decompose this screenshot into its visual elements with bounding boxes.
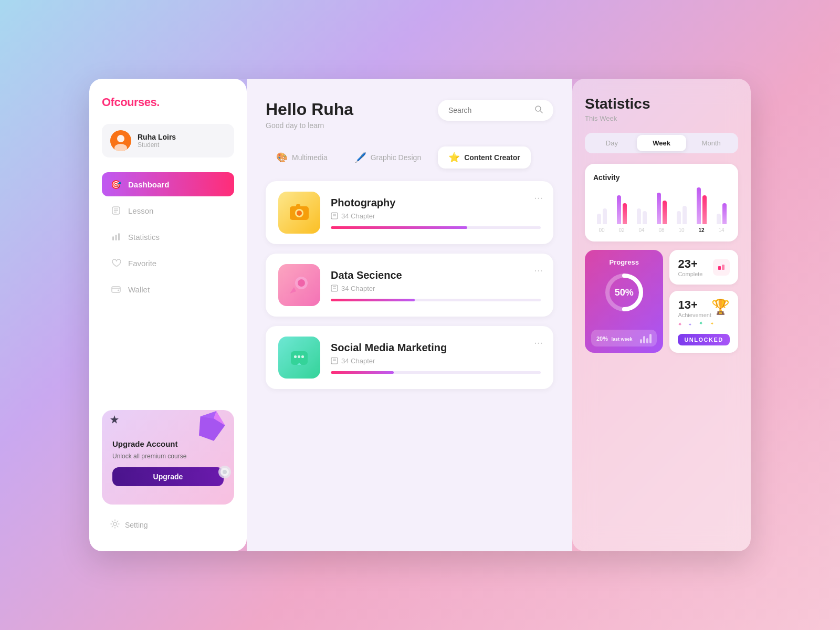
complete-count: 23+ — [678, 257, 702, 271]
complete-label: Complete — [678, 271, 702, 277]
nav-item-wallet[interactable]: Wallet — [102, 277, 234, 301]
stats-subtitle: This Week — [585, 114, 738, 122]
svg-marker-31 — [290, 287, 296, 293]
favorite-icon — [110, 257, 122, 269]
course-card-social-media[interactable]: Social Media Marketing 34 Chapter ··· — [266, 326, 553, 389]
progress-bar-data-science — [331, 299, 541, 301]
donut-chart: 50% — [603, 271, 645, 313]
content-creator-icon: ⭐ — [448, 152, 460, 163]
svg-point-18 — [223, 470, 227, 474]
tab-content-creator[interactable]: ⭐ Content Creator — [438, 146, 531, 169]
bar-00-a — [597, 214, 601, 224]
course-more-social-media[interactable]: ··· — [534, 337, 543, 349]
bar-group-04: 04 — [633, 182, 650, 233]
multimedia-icon: 🎨 — [276, 152, 288, 163]
setting-icon — [110, 519, 120, 530]
bar-10-b — [682, 206, 687, 224]
course-card-photography[interactable]: Photography 34 Chapter ··· — [266, 181, 553, 244]
svg-rect-7 — [112, 236, 114, 240]
time-tab-week[interactable]: Week — [637, 135, 687, 151]
svg-rect-37 — [294, 355, 297, 358]
sidebar: Ofcourses. Ruha Loirs Student 🎯 Dashboar… — [89, 79, 247, 551]
tab-graphic-design[interactable]: 🖊️ Graphic Design — [344, 146, 432, 169]
search-input[interactable] — [448, 106, 529, 114]
time-tab-day[interactable]: Day — [587, 135, 637, 151]
bar-label-12: 12 — [698, 227, 704, 233]
course-title-data-science: Data Secience — [331, 269, 541, 281]
complete-card: 23+ Complete — [669, 250, 738, 285]
search-icon — [534, 105, 543, 116]
bar-label-10: 10 — [678, 227, 684, 233]
course-thumb-photography — [278, 192, 320, 234]
search-bar[interactable] — [438, 100, 553, 121]
course-meta-photography: 34 Chapter — [331, 212, 541, 220]
complete-icon — [713, 259, 730, 276]
course-thumb-data-science — [278, 264, 320, 306]
logo-text: Ofcourses — [102, 96, 156, 109]
user-name: Ruha Loirs — [138, 133, 176, 141]
activity-card: Activity 00 02 — [585, 164, 738, 242]
time-tab-month[interactable]: Month — [686, 135, 736, 151]
course-card-data-science[interactable]: Data Secience 34 Chapter ··· — [266, 254, 553, 317]
progress-card-title: Progress — [593, 258, 655, 266]
nav-item-dashboard[interactable]: 🎯 Dashboard — [102, 172, 234, 196]
user-card[interactable]: Ruha Loirs Student — [102, 124, 234, 158]
nav-item-favorite[interactable]: Favorite — [102, 251, 234, 275]
donut-container: 50% — [593, 271, 655, 313]
bar-group-14: 14 — [713, 182, 730, 233]
bar-group-10: 10 — [673, 182, 690, 233]
mini-bars — [640, 333, 652, 343]
progress-fill-photography — [331, 226, 467, 229]
last-week-text: last week — [611, 337, 632, 342]
course-more-data-science[interactable]: ··· — [534, 264, 543, 276]
progress-card: Progress 50% 20% last week — [585, 250, 663, 353]
bar-02-b — [623, 203, 627, 224]
svg-point-20 — [113, 522, 117, 526]
bar-02-a — [617, 195, 621, 224]
stats-bottom: Progress 50% 20% last week — [585, 250, 738, 353]
trophy-icon: 🏆 — [711, 298, 730, 316]
tab-multimedia[interactable]: 🎨 Multimedia — [266, 146, 338, 169]
bar-label-04: 04 — [638, 227, 644, 233]
bar-10-a — [677, 211, 681, 224]
svg-rect-9 — [118, 233, 120, 240]
svg-point-25 — [297, 211, 302, 216]
logo-dot: . — [156, 96, 160, 109]
logo: Ofcourses. — [102, 96, 234, 109]
last-week-percent: 20% — [596, 335, 608, 342]
course-info-photography: Photography 34 Chapter — [331, 197, 541, 229]
bar-label-14: 14 — [718, 227, 724, 233]
avatar — [110, 130, 131, 151]
bar-00-b — [603, 208, 607, 224]
course-more-photography[interactable]: ··· — [534, 192, 543, 204]
donut-text: 50% — [615, 287, 634, 298]
activity-label: Activity — [593, 173, 730, 182]
bar-04-b — [643, 211, 647, 224]
stats-title: Statistics — [585, 96, 738, 112]
greeting: Hello Ruha Good day to learn — [266, 100, 353, 130]
course-info-data-science: Data Secience 34 Chapter — [331, 269, 541, 301]
svg-rect-38 — [298, 355, 300, 358]
upgrade-description: Unlock all premium course — [112, 452, 191, 461]
bar-group-08: 08 — [653, 182, 670, 233]
bar-14-a — [717, 214, 721, 224]
tab-content-creator-label: Content Creator — [464, 153, 520, 162]
tab-graphic-design-label: Graphic Design — [371, 153, 422, 162]
main-header: Hello Ruha Good day to learn — [266, 100, 553, 130]
progress-fill-social-media — [331, 371, 394, 374]
svg-point-32 — [298, 279, 305, 287]
progress-bar-photography — [331, 226, 541, 229]
bar-group-12: 12 — [693, 182, 710, 233]
progress-footer: 20% last week — [591, 330, 657, 346]
upgrade-button[interactable]: Upgrade — [112, 467, 224, 486]
bar-group-00: 00 — [593, 182, 610, 233]
nav-label-wallet: Wallet — [128, 285, 150, 294]
nav-item-lesson[interactable]: Lesson — [102, 198, 234, 223]
setting-label: Setting — [125, 521, 148, 529]
achievement-count: 13+ — [678, 298, 711, 312]
graphic-design-icon: 🖊️ — [355, 152, 366, 163]
nav-item-setting[interactable]: Setting — [102, 515, 234, 534]
greeting-subtitle: Good day to learn — [266, 121, 353, 130]
nav-item-statistics[interactable]: Statistics — [102, 225, 234, 249]
achievement-label: Achievement — [678, 312, 711, 318]
